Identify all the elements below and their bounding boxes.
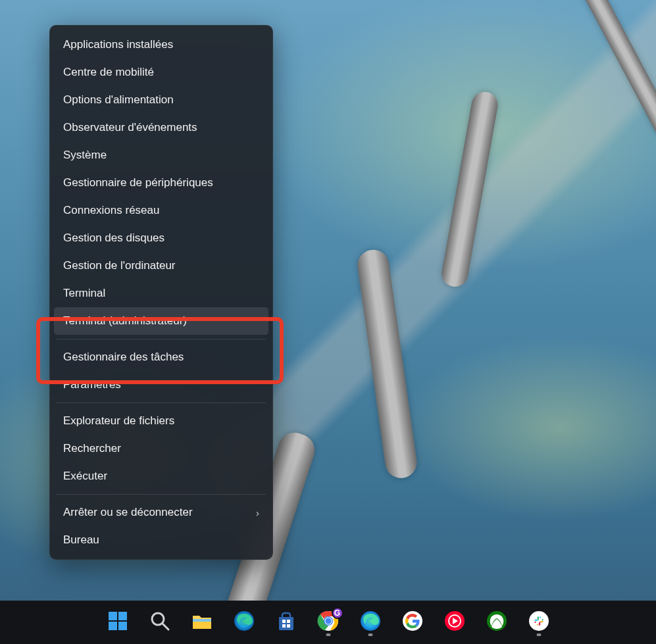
svg-rect-11: [282, 624, 286, 628]
taskbar-chrome[interactable]: G: [313, 607, 343, 637]
menu-separator: [57, 403, 266, 403]
taskbar-google[interactable]: [397, 607, 428, 637]
menu-item-network-connections[interactable]: Connexions réseau: [54, 197, 268, 224]
svg-point-30: [537, 624, 538, 626]
menu-item-terminal-admin[interactable]: Terminal (administrateur): [54, 307, 268, 335]
winx-context-menu: Applications installéesCentre de mobilit…: [49, 25, 273, 560]
menu-item-label: Observateur d'événements: [63, 121, 197, 134]
notification-badge: G: [332, 607, 343, 619]
svg-rect-25: [540, 621, 543, 622]
svg-point-27: [534, 622, 536, 623]
taskbar-youtube-music[interactable]: [440, 607, 470, 637]
menu-item-label: Paramètres: [63, 378, 121, 391]
menu-item-desktop[interactable]: Bureau: [54, 526, 268, 554]
taskbar-edge[interactable]: [229, 607, 259, 637]
menu-item-disk-management[interactable]: Gestion des disques: [54, 224, 268, 252]
svg-point-22: [529, 611, 549, 631]
svg-rect-10: [287, 620, 290, 623]
svg-point-16: [325, 618, 331, 624]
menu-item-label: Connexions réseau: [63, 204, 159, 217]
menu-item-label: Terminal (administrateur): [63, 314, 187, 328]
taskbar: G: [0, 601, 656, 644]
menu-item-label: Gestionnaire de périphériques: [63, 176, 213, 189]
svg-point-28: [539, 616, 540, 618]
taskbar-edge-canary[interactable]: [355, 607, 386, 637]
menu-item-run[interactable]: Exécuter: [54, 462, 268, 490]
menu-item-task-manager[interactable]: Gestionnaire des tâches: [54, 343, 268, 371]
menu-item-computer-management[interactable]: Gestion de l'ordinateur: [54, 252, 268, 280]
chevron-right-icon: ›: [256, 507, 259, 518]
menu-item-shutdown-signout[interactable]: Arrêter ou se déconnecter›: [54, 499, 268, 526]
edge-canary-icon: [359, 610, 382, 635]
svg-rect-7: [193, 619, 211, 622]
menu-item-label: Système: [63, 149, 107, 162]
menu-item-label: Options d'alimentation: [63, 93, 174, 107]
svg-rect-2: [109, 622, 117, 630]
menu-item-label: Arrêter ou se déconnecter: [63, 506, 193, 519]
svg-line-5: [163, 624, 168, 630]
taskbar-microsoft-store[interactable]: [271, 607, 301, 637]
taskbar-start[interactable]: [103, 607, 133, 637]
menu-separator: [57, 494, 266, 495]
svg-point-29: [542, 619, 543, 620]
menu-item-mobility-center[interactable]: Centre de mobilité: [54, 59, 268, 86]
menu-item-label: Rechercher: [63, 442, 121, 455]
youtube-music-icon: [443, 610, 466, 635]
menu-item-terminal[interactable]: Terminal: [54, 280, 268, 307]
svg-rect-9: [282, 620, 286, 623]
menu-separator: [57, 339, 266, 339]
menu-item-system[interactable]: Système: [54, 141, 268, 169]
taskbar-xbox[interactable]: [482, 607, 512, 637]
menu-item-label: Explorateur de fichiers: [63, 414, 174, 428]
taskbar-file-explorer[interactable]: [187, 607, 217, 637]
google-icon: [401, 610, 424, 635]
running-indicator: [536, 633, 541, 636]
taskbar-search[interactable]: [145, 607, 175, 637]
svg-rect-23: [534, 620, 538, 621]
menu-item-label: Gestionnaire des tâches: [63, 351, 184, 364]
svg-rect-0: [109, 612, 117, 620]
menu-item-file-explorer[interactable]: Explorateur de fichiers: [54, 407, 268, 435]
store-icon: [275, 610, 297, 635]
menu-item-device-manager[interactable]: Gestionnaire de périphériques: [54, 169, 268, 197]
running-indicator: [368, 633, 372, 636]
svg-rect-12: [287, 624, 290, 628]
xbox-icon: [486, 610, 508, 635]
menu-item-label: Gestion des disques: [63, 232, 164, 245]
edge-icon: [233, 610, 255, 635]
svg-rect-24: [537, 616, 538, 620]
svg-rect-3: [118, 622, 127, 630]
menu-item-search[interactable]: Rechercher: [54, 435, 268, 462]
file-explorer-icon: [191, 610, 213, 635]
menu-item-power-options[interactable]: Options d'alimentation: [54, 86, 268, 114]
start-icon: [107, 610, 129, 635]
menu-item-label: Applications installées: [63, 38, 173, 51]
slack-icon: [528, 610, 550, 635]
menu-item-label: Exécuter: [63, 470, 107, 483]
running-indicator: [326, 633, 330, 636]
menu-item-event-viewer[interactable]: Observateur d'événements: [54, 114, 268, 141]
menu-item-settings[interactable]: Paramètres: [54, 371, 268, 399]
svg-rect-26: [539, 622, 540, 626]
taskbar-slack[interactable]: [524, 607, 554, 637]
menu-item-label: Gestion de l'ordinateur: [63, 259, 176, 272]
menu-item-label: Bureau: [63, 533, 99, 547]
search-icon: [149, 610, 171, 635]
menu-item-label: Centre de mobilité: [63, 66, 154, 79]
menu-item-installed-apps[interactable]: Applications installées: [54, 31, 268, 59]
menu-item-label: Terminal: [63, 287, 105, 300]
svg-rect-1: [118, 612, 127, 620]
